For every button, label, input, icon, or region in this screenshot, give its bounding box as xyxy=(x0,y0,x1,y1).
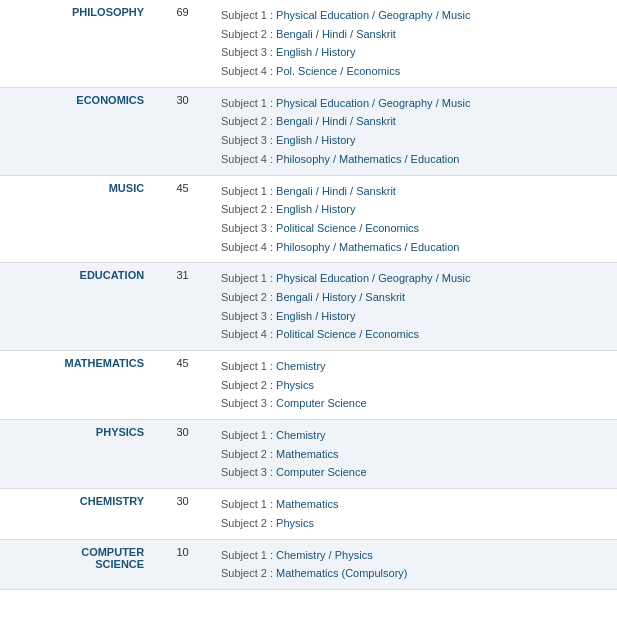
subject-label: Subject 4 : xyxy=(221,65,276,77)
subject-item: Subject 1 : Physical Education / Geograp… xyxy=(221,94,609,113)
subject-label: Subject 4 : xyxy=(221,153,276,165)
subject-value: Political Science / Economics xyxy=(276,222,419,234)
subject-value: Philosophy / Mathematics / Education xyxy=(276,241,459,253)
subject-item: Subject 1 : Chemistry xyxy=(221,426,609,445)
subject-label: Subject 2 : xyxy=(221,567,276,579)
subject-label: Subject 1 : xyxy=(221,360,276,372)
subject-value: English / History xyxy=(276,134,355,146)
subject-label: Subject 1 : xyxy=(221,97,276,109)
subject-item: Subject 1 : Mathematics xyxy=(221,495,609,514)
table-row: COMPUTERSCIENCE10Subject 1 : Chemistry /… xyxy=(0,539,617,589)
subject-label: Subject 1 : xyxy=(221,498,276,510)
subject-item: Subject 2 : Mathematics (Compulsory) xyxy=(221,564,609,583)
subject-name: CHEMISTRY xyxy=(0,489,152,539)
subject-item: Subject 2 : Physics xyxy=(221,514,609,533)
subject-item: Subject 1 : Chemistry / Physics xyxy=(221,546,609,565)
subjects-list: Subject 1 : ChemistrySubject 2 : Physics… xyxy=(213,351,617,420)
subjects-list: Subject 1 : MathematicsSubject 2 : Physi… xyxy=(213,489,617,539)
subject-item: Subject 4 : Political Science / Economic… xyxy=(221,325,609,344)
subject-label: Subject 2 : xyxy=(221,448,276,460)
subject-value: Computer Science xyxy=(276,466,367,478)
seats-count: 69 xyxy=(152,0,213,87)
subjects-list: Subject 1 : Physical Education / Geograp… xyxy=(213,263,617,351)
subject-item: Subject 3 : English / History xyxy=(221,43,609,62)
subject-item: Subject 1 : Bengali / Hindi / Sanskrit xyxy=(221,182,609,201)
subject-value: Chemistry xyxy=(276,360,326,372)
subjects-list: Subject 1 : Physical Education / Geograp… xyxy=(213,0,617,87)
subject-item: Subject 1 : Physical Education / Geograp… xyxy=(221,6,609,25)
subject-label: Subject 1 : xyxy=(221,9,276,21)
subjects-list: Subject 1 : Chemistry / PhysicsSubject 2… xyxy=(213,539,617,589)
subject-label: Subject 3 : xyxy=(221,46,276,58)
subject-item: Subject 4 : Pol. Science / Economics xyxy=(221,62,609,81)
subject-name: EDUCATION xyxy=(0,263,152,351)
subject-item: Subject 2 : Bengali / Hindi / Sanskrit xyxy=(221,112,609,131)
subject-item: Subject 2 : Physics xyxy=(221,376,609,395)
table-row: CHEMISTRY30Subject 1 : MathematicsSubjec… xyxy=(0,489,617,539)
subject-item: Subject 2 : English / History xyxy=(221,200,609,219)
subject-item: Subject 3 : English / History xyxy=(221,307,609,326)
seats-count: 10 xyxy=(152,539,213,589)
subject-label: Subject 3 : xyxy=(221,134,276,146)
subject-item: Subject 3 : Computer Science xyxy=(221,394,609,413)
seats-count: 45 xyxy=(152,351,213,420)
subject-label: Subject 2 : xyxy=(221,115,276,127)
subject-name: MUSIC xyxy=(0,175,152,263)
subject-value: Bengali / Hindi / Sanskrit xyxy=(276,28,396,40)
subject-item: Subject 2 : Mathematics xyxy=(221,445,609,464)
subject-item: Subject 3 : Computer Science xyxy=(221,463,609,482)
subject-label: Subject 2 : xyxy=(221,291,276,303)
seats-count: 30 xyxy=(152,489,213,539)
subject-name: MATHEMATICS xyxy=(0,351,152,420)
seats-count: 31 xyxy=(152,263,213,351)
subject-value: Physics xyxy=(276,379,314,391)
subject-value: Political Science / Economics xyxy=(276,328,419,340)
table-row: PHILOSOPHY69Subject 1 : Physical Educati… xyxy=(0,0,617,87)
subject-value: English / History xyxy=(276,310,355,322)
subject-item: Subject 1 : Physical Education / Geograp… xyxy=(221,269,609,288)
subject-name: COMPUTERSCIENCE xyxy=(0,539,152,589)
subject-value: Mathematics xyxy=(276,498,338,510)
subject-label: Subject 1 : xyxy=(221,185,276,197)
subjects-list: Subject 1 : Physical Education / Geograp… xyxy=(213,87,617,175)
subject-value: Mathematics (Compulsory) xyxy=(276,567,407,579)
table-row: MUSIC45Subject 1 : Bengali / Hindi / San… xyxy=(0,175,617,263)
seats-count: 30 xyxy=(152,87,213,175)
subject-label: Subject 3 : xyxy=(221,397,276,409)
table-row: ECONOMICS30Subject 1 : Physical Educatio… xyxy=(0,87,617,175)
subject-value: Computer Science xyxy=(276,397,367,409)
subject-value: Mathematics xyxy=(276,448,338,460)
subject-name: PHILOSOPHY xyxy=(0,0,152,87)
subject-item: Subject 3 : Political Science / Economic… xyxy=(221,219,609,238)
subject-label: Subject 3 : xyxy=(221,466,276,478)
subject-value: Bengali / Hindi / Sanskrit xyxy=(276,115,396,127)
subject-label: Subject 2 : xyxy=(221,203,276,215)
subject-value: Bengali / Hindi / Sanskrit xyxy=(276,185,396,197)
subject-value: Physical Education / Geography / Music xyxy=(276,97,470,109)
subject-value: Physics xyxy=(276,517,314,529)
subjects-list: Subject 1 : Bengali / Hindi / SanskritSu… xyxy=(213,175,617,263)
subjects-list: Subject 1 : ChemistrySubject 2 : Mathema… xyxy=(213,420,617,489)
subject-label: Subject 2 : xyxy=(221,517,276,529)
subject-label: Subject 4 : xyxy=(221,241,276,253)
subject-label: Subject 2 : xyxy=(221,28,276,40)
seats-count: 30 xyxy=(152,420,213,489)
subject-label: Subject 3 : xyxy=(221,222,276,234)
subject-name: ECONOMICS xyxy=(0,87,152,175)
subject-label: Subject 1 : xyxy=(221,272,276,284)
subject-value: Pol. Science / Economics xyxy=(276,65,400,77)
table-row: MATHEMATICS45Subject 1 : ChemistrySubjec… xyxy=(0,351,617,420)
seats-count: 45 xyxy=(152,175,213,263)
subject-item: Subject 2 : Bengali / Hindi / Sanskrit xyxy=(221,25,609,44)
table-row: PHYSICS30Subject 1 : ChemistrySubject 2 … xyxy=(0,420,617,489)
subject-name: PHYSICS xyxy=(0,420,152,489)
subject-item: Subject 3 : English / History xyxy=(221,131,609,150)
subject-label: Subject 3 : xyxy=(221,310,276,322)
subject-value: Bengali / History / Sanskrit xyxy=(276,291,405,303)
table-row: EDUCATION31Subject 1 : Physical Educatio… xyxy=(0,263,617,351)
subject-value: Chemistry / Physics xyxy=(276,549,373,561)
subject-label: Subject 2 : xyxy=(221,379,276,391)
subject-label: Subject 1 : xyxy=(221,429,276,441)
subject-value: English / History xyxy=(276,203,355,215)
subject-label: Subject 4 : xyxy=(221,328,276,340)
